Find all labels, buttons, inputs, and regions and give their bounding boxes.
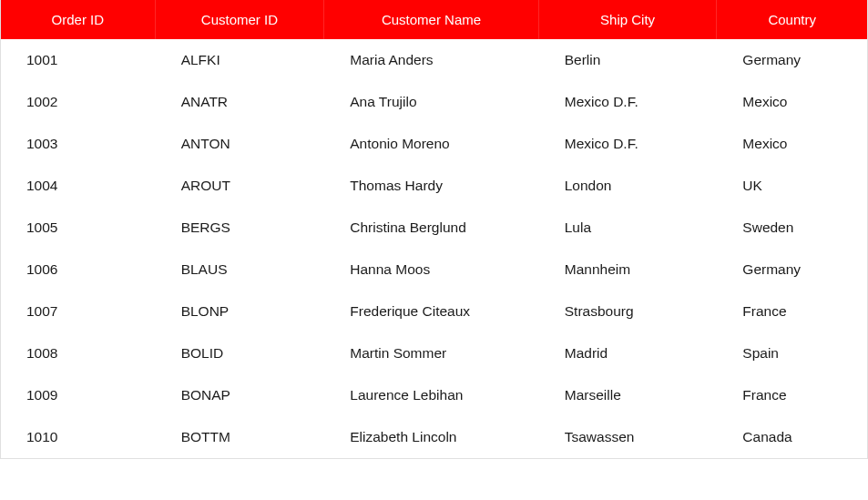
table-row[interactable]: 1002ANATRAna TrujiloMexico D.F.Mexico: [1, 81, 867, 123]
column-header-country[interactable]: Country: [717, 0, 867, 39]
cell-customer-id: ALFKI: [156, 39, 325, 81]
cell-customer-name: Christina Berglund: [324, 207, 538, 249]
cell-ship-city: Tsawassen: [539, 416, 718, 458]
cell-customer-name: Martin Sommer: [324, 332, 538, 374]
cell-order-id: 1007: [1, 291, 156, 332]
cell-country: UK: [717, 165, 867, 207]
column-header-order-id[interactable]: Order ID: [1, 0, 156, 39]
cell-customer-id: BOLID: [156, 332, 325, 374]
cell-ship-city: Strasbourg: [539, 291, 718, 332]
cell-customer-name: Laurence Lebihan: [324, 374, 538, 416]
cell-customer-id: BOTTM: [156, 416, 325, 458]
cell-country: Spain: [717, 332, 867, 374]
column-header-customer-name[interactable]: Customer Name: [324, 0, 539, 39]
cell-ship-city: Mannheim: [539, 249, 718, 291]
cell-customer-name: Antonio Moreno: [324, 123, 538, 165]
table-row[interactable]: 1010BOTTMElizabeth LincolnTsawassenCanad…: [1, 416, 867, 458]
cell-country: Germany: [717, 249, 867, 291]
table-row[interactable]: 1004AROUTThomas HardyLondonUK: [1, 165, 867, 207]
cell-customer-id: ANATR: [156, 81, 325, 123]
grid-body: 1001ALFKIMaria AndersBerlinGermany1002AN…: [1, 39, 867, 458]
table-row[interactable]: 1008BOLIDMartin SommerMadridSpain: [1, 332, 867, 374]
cell-country: Mexico: [717, 123, 867, 165]
cell-customer-name: Ana Trujilo: [324, 81, 538, 123]
column-header-ship-city[interactable]: Ship City: [539, 0, 718, 39]
orders-grid[interactable]: Order ID Customer ID Customer Name Ship …: [0, 0, 868, 459]
cell-ship-city: Mexico D.F.: [539, 123, 718, 165]
cell-ship-city: Berlin: [539, 39, 718, 81]
cell-customer-id: ANTON: [156, 123, 325, 165]
cell-country: France: [717, 291, 867, 332]
cell-customer-id: AROUT: [156, 165, 325, 207]
cell-order-id: 1003: [1, 123, 156, 165]
cell-ship-city: London: [539, 165, 718, 207]
table-row[interactable]: 1007BLONPFrederique CiteauxStrasbourgFra…: [1, 291, 867, 332]
cell-order-id: 1004: [1, 165, 156, 207]
cell-order-id: 1010: [1, 416, 156, 458]
cell-ship-city: Lula: [539, 207, 718, 249]
cell-country: Canada: [717, 416, 867, 458]
cell-customer-name: Maria Anders: [324, 39, 538, 81]
cell-order-id: 1005: [1, 207, 156, 249]
table-row[interactable]: 1003ANTONAntonio MorenoMexico D.F.Mexico: [1, 123, 867, 165]
cell-ship-city: Madrid: [539, 332, 718, 374]
cell-customer-name: Frederique Citeaux: [324, 291, 538, 332]
cell-customer-id: BONAP: [156, 374, 325, 416]
cell-customer-name: Thomas Hardy: [324, 165, 538, 207]
cell-customer-id: BLONP: [156, 291, 325, 332]
table-row[interactable]: 1006BLAUSHanna MoosMannheimGermany: [1, 249, 867, 291]
table-row[interactable]: 1001ALFKIMaria AndersBerlinGermany: [1, 39, 867, 81]
cell-ship-city: Mexico D.F.: [539, 81, 718, 123]
cell-order-id: 1009: [1, 374, 156, 416]
table-row[interactable]: 1005BERGSChristina BerglundLulaSweden: [1, 207, 867, 249]
cell-order-id: 1008: [1, 332, 156, 374]
grid-header-row: Order ID Customer ID Customer Name Ship …: [1, 0, 867, 39]
cell-customer-id: BLAUS: [156, 249, 325, 291]
cell-country: France: [717, 374, 867, 416]
cell-country: Mexico: [717, 81, 867, 123]
cell-country: Germany: [717, 39, 867, 81]
cell-customer-name: Elizabeth Lincoln: [324, 416, 538, 458]
cell-order-id: 1006: [1, 249, 156, 291]
cell-customer-name: Hanna Moos: [324, 249, 538, 291]
cell-order-id: 1002: [1, 81, 156, 123]
column-header-customer-id[interactable]: Customer ID: [156, 0, 325, 39]
cell-ship-city: Marseille: [539, 374, 718, 416]
table-row[interactable]: 1009BONAPLaurence LebihanMarseilleFrance: [1, 374, 867, 416]
cell-customer-id: BERGS: [156, 207, 325, 249]
cell-order-id: 1001: [1, 39, 156, 81]
cell-country: Sweden: [717, 207, 867, 249]
